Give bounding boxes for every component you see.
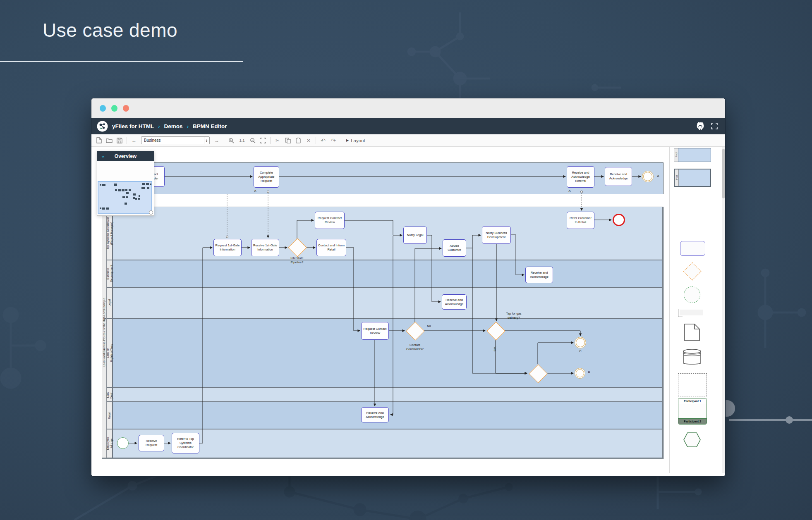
minimap-resize-handle[interactable] [149,211,153,215]
zoom-window-button[interactable] [123,105,129,112]
toolbar: ← Business ▲▼ → 1:1 ✂ [91,134,725,147]
undo-icon[interactable]: ↶ [320,137,326,144]
open-file-button[interactable] [106,137,113,144]
delete-icon[interactable]: ✕ [305,137,312,144]
yfiles-logo-icon [97,121,108,132]
page-title: Use case demo [43,19,177,41]
next-sample-button[interactable]: → [213,137,220,144]
overview-panel: ⌄ Overview [97,151,154,216]
palette-annotation[interactable] [680,310,703,315]
shape-palette: Pool Pool Participant 1 Participant 2 [669,147,722,473]
cut-icon[interactable]: ✂ [274,137,281,144]
fit-content-icon[interactable] [260,137,266,144]
diagram-canvas[interactable] [91,147,669,476]
overview-title: Overview [115,153,137,159]
zoom-original-button[interactable]: 1:1 [238,137,246,144]
minimize-window-button[interactable] [111,105,117,112]
toolbar-separator [270,137,271,144]
app-header: yFiles for HTML › Demos › BPMN Editor [91,118,725,134]
toolbar-separator [127,137,127,144]
sample-select[interactable]: Business ▲▼ [141,136,210,144]
participant1-label: Participant 1 [678,398,707,404]
close-window-button[interactable] [100,105,106,112]
pool-label-strip: Pool [674,148,678,162]
palette-conversation[interactable] [683,432,701,448]
toolbar-separator [224,137,224,144]
overview-minimap[interactable] [97,161,154,215]
scrollbar-thumb[interactable] [722,149,725,198]
previous-sample-button[interactable]: ← [131,137,137,144]
toolbar-separator [316,137,316,144]
overview-header[interactable]: ⌄ Overview [97,151,154,161]
breadcrumb: yFiles for HTML › Demos › BPMN Editor [112,118,227,134]
save-button[interactable] [116,137,123,144]
page-background: Use case demo yFiles for HTML › Demos › [0,0,812,520]
layout-button[interactable]: ▶ Layout [346,138,365,143]
window-titlebar [91,98,725,118]
github-icon[interactable] [696,122,704,130]
palette-data-object[interactable] [684,323,700,341]
zoom-out-icon[interactable] [249,137,256,144]
palette-annotation-bracket[interactable] [678,309,683,317]
play-icon: ▶ [346,138,349,142]
breadcrumb-separator: › [187,123,189,129]
select-stepper-icon: ▲▼ [204,137,209,144]
palette-gateway[interactable] [683,262,702,281]
paste-icon[interactable] [295,137,302,144]
palette-data-store[interactable] [683,348,702,366]
pool-label-strip: Pool [675,169,679,186]
palette-pool[interactable]: Pool [674,148,711,162]
sample-select-value: Business [144,138,161,143]
palette-group[interactable] [678,373,707,396]
fullscreen-icon[interactable] [711,123,718,129]
breadcrumb-bpmn-editor[interactable]: BPMN Editor [193,123,227,129]
redo-icon[interactable]: ↷ [330,137,337,144]
chevron-down-icon[interactable]: ⌄ [101,153,105,159]
breadcrumb-separator: › [158,123,160,129]
breadcrumb-yfiles[interactable]: yFiles for HTML [112,123,154,129]
palette-task[interactable] [680,241,705,256]
palette-event[interactable] [684,286,700,303]
title-underline [0,61,243,62]
zoom-in-icon[interactable] [228,137,235,144]
breadcrumb-demos[interactable]: Demos [164,123,183,129]
copy-icon[interactable] [285,137,291,144]
new-document-button[interactable] [96,137,102,144]
participant2-label: Participant 2 [678,418,707,424]
palette-choreography[interactable]: Participant 1 Participant 2 [678,398,707,425]
browser-window: yFiles for HTML › Demos › BPMN Editor [91,98,725,476]
palette-pool-with-lane[interactable]: Pool [674,169,711,187]
